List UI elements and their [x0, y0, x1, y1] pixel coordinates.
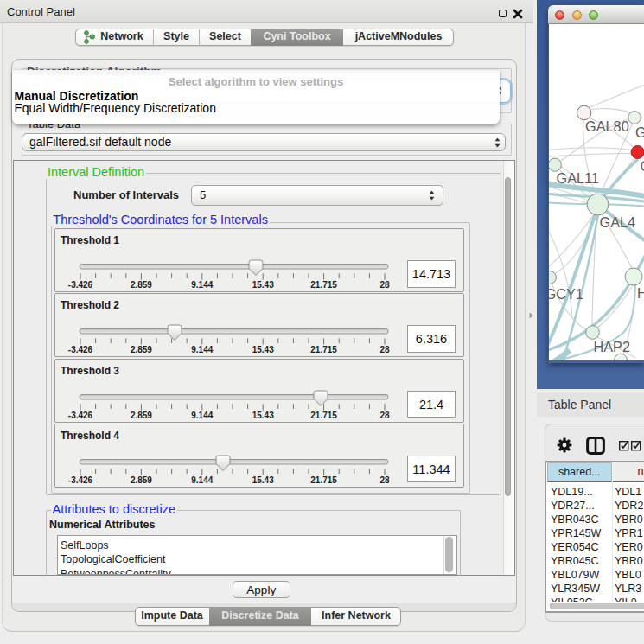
svg-text:-3.426: -3.426: [68, 475, 93, 485]
svg-text:GCY1: GCY1: [549, 286, 583, 302]
svg-text:21.715: 21.715: [310, 280, 337, 290]
svg-text:-3.426: -3.426: [68, 280, 93, 290]
svg-text:15.43: 15.43: [252, 475, 274, 485]
svg-text:GA: GA: [635, 124, 644, 140]
svg-text:C: C: [640, 158, 644, 174]
svg-text:-3.426: -3.426: [68, 345, 93, 354]
svg-text:2.859: 2.859: [131, 411, 152, 420]
svg-text:21.715: 21.715: [310, 411, 337, 420]
svg-text:9.144: 9.144: [191, 411, 213, 420]
svg-text:GAL4: GAL4: [599, 214, 635, 230]
svg-text:HAP2: HAP2: [593, 339, 630, 354]
svg-text:28: 28: [379, 475, 390, 485]
svg-text:H: H: [637, 285, 644, 301]
svg-text:21.715: 21.715: [310, 475, 337, 485]
svg-text:28: 28: [379, 280, 390, 290]
svg-text:9.144: 9.144: [191, 345, 213, 354]
svg-text:15.43: 15.43: [252, 411, 274, 420]
svg-text:28: 28: [379, 411, 390, 420]
svg-text:9.144: 9.144: [191, 280, 213, 290]
svg-text:9.144: 9.144: [191, 475, 213, 485]
svg-text:15.43: 15.43: [252, 345, 274, 354]
svg-text:GAL80: GAL80: [585, 118, 629, 134]
svg-text:2.859: 2.859: [131, 345, 152, 354]
svg-text:-3.426: -3.426: [68, 411, 93, 420]
svg-text:GAL11: GAL11: [556, 170, 598, 186]
svg-text:2.859: 2.859: [131, 475, 152, 485]
svg-text:2.859: 2.859: [131, 280, 152, 290]
svg-text:28: 28: [379, 345, 390, 354]
svg-text:15.43: 15.43: [252, 280, 274, 290]
svg-text:21.715: 21.715: [310, 345, 337, 354]
